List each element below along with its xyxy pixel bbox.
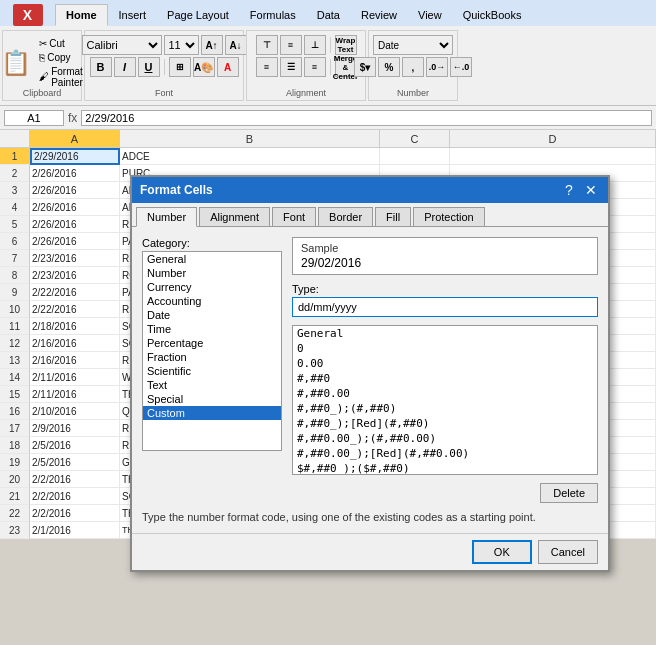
category-item-fraction[interactable]: Fraction xyxy=(143,350,281,364)
category-item-number[interactable]: Number xyxy=(143,266,281,280)
dialog-tabs: Number Alignment Font Border Fill Protec… xyxy=(132,203,608,227)
category-item-scientific[interactable]: Scientific xyxy=(143,364,281,378)
format-item[interactable]: #,##0_);(#,##0) xyxy=(293,401,597,416)
dialog-tab-number[interactable]: Number xyxy=(136,207,197,227)
format-item[interactable]: #,##0.00_);(#,##0.00) xyxy=(293,431,597,446)
type-section: Type: xyxy=(292,283,598,317)
dialog-title-buttons: ? ✕ xyxy=(560,181,600,199)
dialog-title-text: Format Cells xyxy=(140,183,213,197)
dialog-close-button[interactable]: ✕ xyxy=(582,181,600,199)
format-item[interactable]: #,##0_);[Red](#,##0) xyxy=(293,416,597,431)
cancel-button[interactable]: Cancel xyxy=(538,540,598,564)
category-list[interactable]: General Number Currency Accounting Date … xyxy=(142,251,282,451)
dialog-buttons: OK Cancel xyxy=(132,533,608,570)
sample-label: Sample xyxy=(301,242,589,254)
sample-value: 29/02/2016 xyxy=(301,256,589,270)
format-item[interactable]: $#,##0_);($#,##0) xyxy=(293,461,597,475)
type-input[interactable] xyxy=(292,297,598,317)
dialog-tab-font[interactable]: Font xyxy=(272,207,316,226)
dialog-help-button[interactable]: ? xyxy=(560,181,578,199)
dialog-tab-alignment[interactable]: Alignment xyxy=(199,207,270,226)
category-label: Category: xyxy=(142,237,282,249)
category-item-currency[interactable]: Currency xyxy=(143,280,281,294)
sample-box: Sample 29/02/2016 xyxy=(292,237,598,275)
format-item[interactable]: 0 xyxy=(293,341,597,356)
category-item-special[interactable]: Special xyxy=(143,392,281,406)
category-item-percentage[interactable]: Percentage xyxy=(143,336,281,350)
format-cells-dialog: Format Cells ? ✕ Number Alignment Font B… xyxy=(130,175,610,572)
hint-text: Type the number format code, using one o… xyxy=(142,511,598,523)
category-item-text[interactable]: Text xyxy=(143,378,281,392)
category-section: Category: General Number Currency Accoun… xyxy=(142,237,282,503)
category-item-accounting[interactable]: Accounting xyxy=(143,294,281,308)
type-label: Type: xyxy=(292,283,598,295)
category-item-general[interactable]: General xyxy=(143,252,281,266)
overlay: Format Cells ? ✕ Number Alignment Font B… xyxy=(0,0,656,645)
dialog-main-section: Category: General Number Currency Accoun… xyxy=(142,237,598,503)
format-item[interactable]: 0.00 xyxy=(293,356,597,371)
dialog-tab-border[interactable]: Border xyxy=(318,207,373,226)
right-section: Sample 29/02/2016 Type: General 0 0.00 #… xyxy=(292,237,598,503)
dialog-title-bar: Format Cells ? ✕ xyxy=(132,177,608,203)
category-item-custom[interactable]: Custom xyxy=(143,406,281,420)
dialog-tab-fill[interactable]: Fill xyxy=(375,207,411,226)
delete-button[interactable]: Delete xyxy=(540,483,598,503)
format-item[interactable]: #,##0 xyxy=(293,371,597,386)
format-item[interactable]: #,##0.00_);[Red](#,##0.00) xyxy=(293,446,597,461)
format-item[interactable]: General xyxy=(293,326,597,341)
format-list[interactable]: General 0 0.00 #,##0 #,##0.00 #,##0_);(#… xyxy=(292,325,598,475)
dialog-tab-protection[interactable]: Protection xyxy=(413,207,485,226)
category-item-date[interactable]: Date xyxy=(143,308,281,322)
delete-btn-row: Delete xyxy=(292,483,598,503)
dialog-body: Category: General Number Currency Accoun… xyxy=(132,227,608,533)
category-item-time[interactable]: Time xyxy=(143,322,281,336)
ok-button[interactable]: OK xyxy=(472,540,532,564)
format-item[interactable]: #,##0.00 xyxy=(293,386,597,401)
